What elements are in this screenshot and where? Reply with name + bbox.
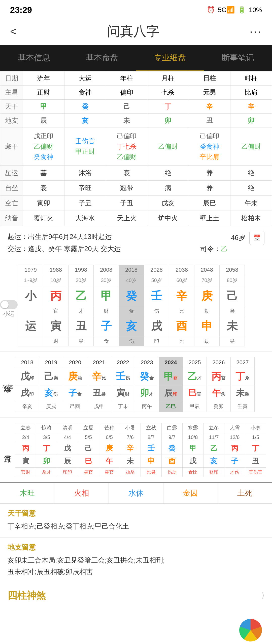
tg-val2: 己 — [106, 100, 147, 114]
dy-c2-5: 戌 — [144, 316, 169, 336]
battery-percent: 10% — [249, 6, 262, 14]
dy-age2: 20岁 — [69, 275, 94, 286]
dayun-scroll[interactable]: 1979 1988 1998 2008 2018 2028 2038 2048 … — [18, 265, 272, 346]
more-button[interactable]: ··· — [250, 25, 262, 38]
status-bar: 23:29 ⏰ 5G📶 🔋 10% — [0, 0, 272, 18]
col-dayun: 大运 — [64, 71, 106, 86]
ny5: 松柏木 — [230, 211, 272, 226]
canggan-section: 藏干 戊正印 乙偏财 癸食神 壬伤官 甲正财 己偏印 丁七杀 乙偏财 乙偏财 己… — [0, 128, 272, 165]
kongwang-label: 空亡 — [0, 195, 23, 211]
dayun-label: 大运 — [4, 294, 14, 296]
dayun-toggle[interactable] — [0, 300, 18, 309]
tg-val5: 辛 — [230, 100, 272, 114]
wuxing-jin: 金囚 — [163, 483, 218, 503]
zhuxing-val0: 正财 — [23, 86, 64, 100]
tab-basic-chart[interactable]: 基本命盘 — [68, 45, 136, 71]
tiangan-note-title: 天干留意 — [8, 509, 264, 518]
tg-val4: 辛 — [189, 100, 230, 114]
dy-age8: 80岁 — [220, 275, 245, 286]
dayun-sub1-row: 官 才 财 食 伤 比 劫 枭 — [18, 306, 245, 316]
canggan-col0: 戊正印 乙偏财 癸食神 — [23, 128, 64, 165]
main-grid-table: 日期 流年 大运 年柱 月柱 日柱 时柱 主星 正财 食神 偏印 七杀 元男 比… — [0, 71, 272, 128]
sijuzhu-icon: ⟩ — [262, 591, 264, 599]
tab-bar: 基本信息 基本命盘 专业细盘 断事笔记 — [0, 45, 272, 71]
kw1: 子丑 — [64, 195, 106, 211]
zhuxing-val1: 食神 — [64, 86, 106, 100]
sijuzhu-section: 四柱神煞 ⟩ — [0, 583, 272, 608]
liunian-scroll[interactable]: 20182019202020212022 20232024 2025202620… — [15, 357, 272, 412]
tab-basic-info[interactable]: 基本信息 — [0, 45, 68, 71]
dy-c1-8: 己 — [220, 286, 245, 306]
kw2: 子丑 — [106, 195, 147, 211]
star-table: 星运 墓 沐浴 衰 绝 养 绝 自坐 衰 帝旺 冠带 病 养 绝 空亡 寅卯 子… — [0, 165, 272, 226]
dy-s2-7: 劫 — [194, 336, 220, 346]
nayin-row: 纳音 覆灯火 大海水 天上火 炉中火 壁上土 松柏木 — [0, 211, 272, 226]
xy1: 沐浴 — [64, 165, 106, 180]
xingyun-row: 星运 墓 沐浴 衰 绝 养 绝 — [0, 165, 272, 180]
tg-val1: 癸 — [64, 100, 106, 114]
dayun-container: 大运 小运 1979 1988 1998 2008 2018 2028 2038… — [0, 265, 272, 346]
back-button[interactable]: < — [10, 25, 17, 38]
battery-icon: 🔋 — [238, 6, 246, 14]
header: < 问真八字 ··· — [0, 18, 272, 45]
dy-age3: 30岁 — [94, 275, 119, 286]
wuxing-huo: 火相 — [54, 483, 109, 503]
zizuo-label: 自坐 — [0, 180, 23, 195]
ny3: 炉中火 — [147, 211, 189, 226]
kw5: 午未 — [230, 195, 272, 211]
dy-s2-3: 食 — [94, 336, 119, 346]
nayin-label: 纳音 — [0, 211, 23, 226]
zz0: 衰 — [23, 180, 64, 195]
liunian-section: 流年 小运 20182019202020212022 20232024 2025… — [0, 352, 272, 418]
qiyun-right: 46岁 📅 — [231, 231, 264, 245]
dy-c2-7: 申 — [194, 316, 220, 336]
main-grid-section: 日期 流年 大运 年柱 月柱 日柱 时柱 主星 正财 食神 偏印 七杀 元男 比… — [0, 71, 272, 128]
header-row: 日期 流年 大运 年柱 月柱 日柱 时柱 — [0, 71, 272, 86]
dy-c1-7: 庚 — [194, 286, 220, 306]
dy-s2-5: 印 — [144, 336, 169, 346]
dy-s1-4: 食 — [119, 306, 144, 316]
dayun-char1-row: 小 丙 乙 甲 癸 壬 辛 庚 己 — [18, 286, 245, 306]
canggan-col5: 乙偏财 — [230, 128, 272, 165]
dy-s2-2: 枭 — [69, 336, 94, 346]
dz-val1: 亥 — [64, 114, 106, 128]
tab-notes[interactable]: 断事笔记 — [204, 45, 272, 71]
dy-yr1: 1988 — [43, 265, 69, 275]
dayun-char2-row: 运 寅 丑 子 亥 戌 酉 申 未 — [18, 316, 245, 336]
watermark-icon — [239, 619, 262, 641]
dy-c2-0: 运 — [18, 316, 43, 336]
tab-pro-chart[interactable]: 专业细盘 — [136, 45, 204, 71]
dy-c2-4: 亥 — [119, 316, 144, 336]
dayun-section: 大运 小运 1979 1988 1998 2008 2018 2028 2038… — [0, 260, 272, 352]
dy-yr0: 1979 — [18, 265, 43, 275]
liuyue-left: 流月 — [0, 423, 15, 477]
status-icons: ⏰ 5G📶 🔋 10% — [207, 6, 262, 14]
dy-s2-0 — [18, 336, 43, 346]
wuxing-bar: 木旺 火相 水休 金囚 土死 — [0, 482, 272, 504]
dizhi-note-content: 亥卯未三合木局;亥丑见癸暗三会;亥丑拱会;未丑相刑;丑未相冲;辰丑相破;卯辰相害 — [8, 555, 264, 578]
wuxing-shui: 水休 — [109, 483, 163, 503]
liuyue-scroll[interactable]: 立春惊蛰清明立夏芒种小暑 立秋白露寒露立冬大雪小寒 2/43/54/45/56/… — [15, 423, 272, 477]
dy-s1-7: 劫 — [194, 306, 220, 316]
dy-c1-3: 甲 — [94, 286, 119, 306]
dz-val0: 辰 — [23, 114, 64, 128]
calendar-button[interactable]: 📅 — [249, 231, 264, 245]
zz2: 冠带 — [106, 180, 147, 195]
wuxing-tu: 土死 — [218, 483, 272, 503]
zhuxing-row: 主星 正财 食神 偏印 七杀 元男 比肩 — [0, 86, 272, 100]
dy-c1-5: 壬 — [144, 286, 169, 306]
liunian-xiao-label: 小运 — [2, 383, 13, 390]
canggan-col2: 己偏印 丁七杀 乙偏财 — [106, 128, 147, 165]
zhuxing-val4: 元男 — [189, 86, 230, 100]
dy-age1: 10岁 — [43, 275, 69, 286]
xy3: 绝 — [147, 165, 189, 180]
star-section: 星运 墓 沐浴 衰 绝 养 绝 自坐 衰 帝旺 冠带 病 养 绝 空亡 寅卯 子… — [0, 165, 272, 226]
dizhi-label: 地支 — [0, 114, 23, 128]
tiangan-note-section: 天干留意 丁辛相克;己癸相克;癸丁相克;甲己合化土 — [0, 504, 272, 538]
zhuxing-val3: 七杀 — [147, 86, 189, 100]
dy-yr4: 2018 — [119, 265, 144, 275]
zz4: 养 — [189, 180, 230, 195]
col-label-date: 日期 — [0, 71, 23, 86]
liuyue-section: 流月 立春惊蛰清明立夏芒种小暑 立秋白露寒露立冬大雪小寒 2/43/54/45/… — [0, 418, 272, 482]
dy-age6: 60岁 — [169, 275, 194, 286]
